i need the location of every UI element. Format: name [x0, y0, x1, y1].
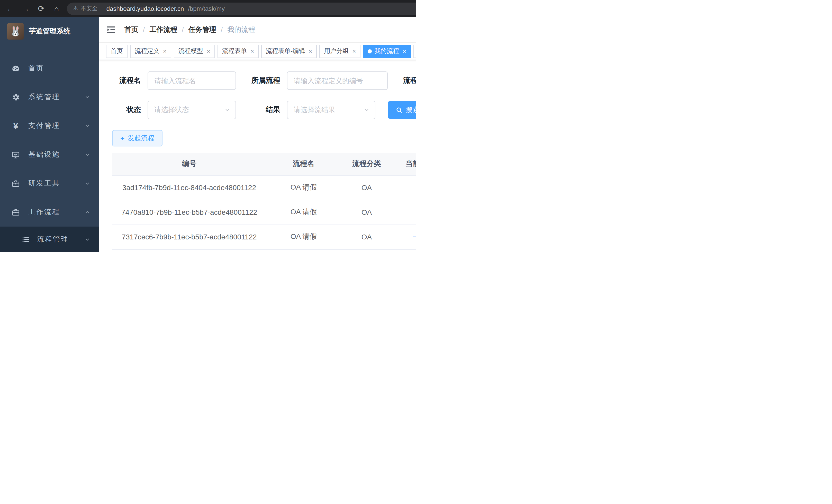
table-row: 7317cec6-7b9b-11ec-b5b7-acde48001122 OA … [112, 225, 416, 249]
sidebar-item-payment[interactable]: ¥ 支付管理 [0, 111, 99, 140]
tab-start-process[interactable]: 发起流程× [413, 45, 416, 58]
sidebar: 🐰 芋道管理系统 首页 系统管理 ¥ 支付管理 [0, 17, 99, 252]
table-toolbar: + 发起流程 [112, 130, 416, 146]
chevron-down-icon [84, 180, 90, 187]
col-header-category: 流程分类 [341, 153, 392, 175]
breadcrumb: 首页 / 工作流程 / 任务管理 / 我的流程 [125, 25, 255, 34]
close-icon[interactable]: × [309, 48, 312, 55]
top-navbar: 首页 / 工作流程 / 任务管理 / 我的流程 ? tT [99, 17, 416, 43]
address-bar[interactable]: ⚠ 不安全 dashboard.yudao.iocoder.cn /bpm/ta… [67, 2, 416, 15]
chevron-up-icon [84, 209, 90, 215]
breadcrumb-current: 我的流程 [228, 25, 255, 34]
browser-forward-icon[interactable]: → [21, 4, 31, 13]
close-icon[interactable]: × [163, 48, 166, 55]
browser-home-icon[interactable]: ⌂ [51, 4, 62, 13]
plus-icon: + [120, 134, 125, 142]
close-icon[interactable]: × [207, 48, 210, 55]
tab-user-group[interactable]: 用户分组× [319, 45, 361, 58]
tab-process-model[interactable]: 流程模型× [174, 45, 215, 58]
cell-name: OA 请假 [266, 249, 341, 252]
omnibox-divider [102, 5, 102, 12]
filter-status-label: 状态 [112, 105, 141, 115]
close-icon[interactable]: × [251, 48, 254, 55]
filter-result-label: 结果 [249, 105, 280, 115]
result-select[interactable]: 请选择流结果 [287, 101, 375, 119]
close-icon[interactable]: × [352, 48, 356, 55]
browser-back-icon[interactable]: ← [5, 4, 16, 13]
close-icon[interactable]: × [402, 48, 406, 55]
sidebar-item-label: 工作流程 [28, 207, 84, 217]
table-row: 3ad174fb-7b9d-11ec-8404-acde48001122 OA … [112, 175, 416, 200]
app-logo: 🐰 [7, 23, 24, 39]
cell-category: OA [341, 249, 392, 252]
cell-name: OA 请假 [266, 225, 341, 249]
status-select[interactable]: 请选择状态 [148, 101, 236, 119]
filter-category-label: 流程分类 [400, 76, 416, 85]
yen-icon: ¥ [11, 121, 20, 130]
tab-process-definition[interactable]: 流程定义× [130, 45, 171, 58]
search-icon [396, 107, 402, 113]
sidebar-logo-row: 🐰 芋道管理系统 [0, 17, 99, 46]
chevron-down-icon [224, 107, 230, 113]
breadcrumb-task-management[interactable]: 任务管理 [188, 25, 216, 34]
sidebar-item-label: 支付管理 [28, 121, 84, 131]
breadcrumb-home[interactable]: 首页 [125, 25, 138, 34]
cell-id: 3ad174fb-7b9d-11ec-8404-acde48001122 [112, 175, 266, 200]
chevron-down-icon [84, 123, 90, 129]
not-secure-label[interactable]: 不安全 [81, 5, 98, 12]
browser-reload-icon[interactable]: ⟳ [36, 4, 46, 13]
sidebar-item-label: 流程管理 [37, 235, 84, 244]
cell-id: 7470a810-7b9b-11ec-b5b7-acde48001122 [112, 200, 266, 225]
process-name-input[interactable] [148, 72, 236, 90]
page-content: 流程名 所属流程 流程分类 请选择流程分类 提交时间 开始日期 - 结束日期 [99, 60, 416, 252]
active-tab-dot [368, 49, 372, 53]
breadcrumb-workflow[interactable]: 工作流程 [150, 25, 177, 34]
not-secure-warning-icon: ⚠ [73, 5, 78, 12]
current-task-link[interactable]: 一级审批 [413, 232, 416, 241]
sidebar-item-home[interactable]: 首页 [0, 54, 99, 83]
sidebar-item-label: 系统管理 [28, 92, 84, 102]
filter-row-2: 状态 请选择状态 结果 请选择流结果 搜索 [112, 101, 416, 119]
tab-process-form[interactable]: 流程表单× [217, 45, 259, 58]
sidebar-item-workflow[interactable]: 工作流程 [0, 198, 99, 227]
app-title: 芋道管理系统 [29, 27, 71, 36]
chevron-down-icon [84, 94, 90, 100]
sidebar-item-infrastructure[interactable]: 基础设施 [0, 140, 99, 169]
col-header-id: 编号 [112, 153, 266, 175]
cell-name: OA 请假 [266, 200, 341, 225]
cell-id: 2152467e-7b9b-11ec-9a1b-acde48001122 [112, 249, 266, 252]
chevron-down-icon [84, 236, 90, 243]
process-table: 编号 流程名 流程分类 当前审批任务 状态 结果 提交时间 结束时间 操作 [112, 153, 416, 252]
chevron-down-icon [364, 107, 370, 113]
browser-toolbar: ← → ⟳ ⌂ ⚠ 不安全 dashboard.yudao.iocoder.cn… [0, 0, 416, 17]
filter-row-1: 流程名 所属流程 流程分类 请选择流程分类 提交时间 开始日期 - 结束日期 [112, 72, 416, 90]
briefcase-icon [11, 208, 20, 217]
process-definition-input[interactable] [287, 72, 388, 90]
cell-current-task [392, 175, 416, 200]
url-path[interactable]: /bpm/task/my [188, 5, 225, 12]
sidebar-item-label: 研发工具 [28, 179, 84, 188]
tab-my-process[interactable]: 我的流程× [363, 45, 411, 58]
sidebar-item-process-management[interactable]: 流程管理 [0, 227, 99, 252]
dashboard-icon [11, 64, 20, 73]
tab-home[interactable]: 首页 [106, 45, 128, 58]
table-row: 7470a810-7b9b-11ec-b5b7-acde48001122 OA … [112, 200, 416, 225]
start-process-button[interactable]: + 发起流程 [112, 130, 162, 146]
search-button[interactable]: 搜索 [388, 101, 416, 119]
cell-id: 7317cec6-7b9b-11ec-b5b7-acde48001122 [112, 225, 266, 249]
sidebar-collapse-icon[interactable] [106, 24, 116, 35]
cell-current-task [392, 200, 416, 225]
filter-process-label: 所属流程 [249, 76, 280, 85]
sidebar-item-label: 首页 [28, 64, 90, 73]
col-header-name: 流程名 [266, 153, 341, 175]
table-header-row: 编号 流程名 流程分类 当前审批任务 状态 结果 提交时间 结束时间 操作 [112, 153, 416, 175]
cell-category: OA [341, 175, 392, 200]
monitor-icon [11, 150, 20, 159]
tab-process-form-edit[interactable]: 流程表单-编辑× [261, 45, 317, 58]
sidebar-item-devtools[interactable]: 研发工具 [0, 169, 99, 198]
toolbox-icon [11, 179, 20, 188]
url-host[interactable]: dashboard.yudao.iocoder.cn [106, 5, 184, 12]
sidebar-item-system[interactable]: 系统管理 [0, 83, 99, 111]
chevron-down-icon [84, 151, 90, 158]
col-header-current-task: 当前审批任务 [392, 153, 416, 175]
